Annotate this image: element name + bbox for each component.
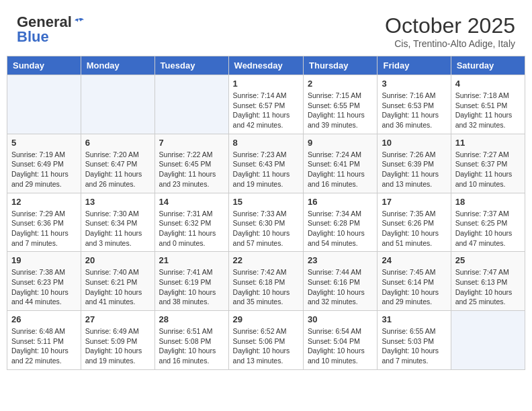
day-header-monday: Monday [81, 56, 154, 75]
calendar-week-row: 5Sunrise: 7:19 AM Sunset: 6:49 PM Daylig… [7, 134, 525, 193]
calendar-cell: 11Sunrise: 7:27 AM Sunset: 6:37 PM Dayli… [451, 134, 525, 193]
day-info: Sunrise: 7:38 AM Sunset: 6:23 PM Dayligh… [11, 267, 77, 307]
day-info: Sunrise: 7:45 AM Sunset: 6:14 PM Dayligh… [382, 267, 446, 307]
calendar-cell: 19Sunrise: 7:38 AM Sunset: 6:23 PM Dayli… [7, 252, 81, 311]
day-info: Sunrise: 7:44 AM Sunset: 6:16 PM Dayligh… [308, 267, 373, 307]
month-title: October 2025 [385, 13, 515, 38]
calendar-cell: 21Sunrise: 7:41 AM Sunset: 6:19 PM Dayli… [154, 252, 228, 311]
day-info: Sunrise: 7:40 AM Sunset: 6:21 PM Dayligh… [85, 267, 150, 307]
day-info: Sunrise: 7:20 AM Sunset: 6:47 PM Dayligh… [85, 150, 150, 189]
calendar-week-row: 12Sunrise: 7:29 AM Sunset: 6:36 PM Dayli… [7, 193, 525, 252]
calendar-cell: 15Sunrise: 7:33 AM Sunset: 6:30 PM Dayli… [228, 193, 303, 252]
day-number: 26 [11, 314, 77, 324]
calendar-cell: 27Sunrise: 6:49 AM Sunset: 5:09 PM Dayli… [81, 311, 154, 370]
day-number: 13 [85, 197, 150, 207]
day-number: 21 [159, 255, 224, 265]
calendar-cell: 24Sunrise: 7:45 AM Sunset: 6:14 PM Dayli… [378, 252, 451, 311]
day-number: 2 [308, 79, 373, 89]
day-number: 7 [159, 138, 224, 148]
calendar-cell: 3Sunrise: 7:16 AM Sunset: 6:53 PM Daylig… [378, 75, 451, 134]
day-number: 9 [308, 138, 373, 148]
day-number: 22 [233, 255, 299, 265]
day-header-tuesday: Tuesday [154, 56, 228, 75]
day-number: 15 [233, 197, 299, 207]
day-info: Sunrise: 7:42 AM Sunset: 6:18 PM Dayligh… [233, 267, 299, 307]
calendar-cell: 25Sunrise: 7:47 AM Sunset: 6:13 PM Dayli… [451, 252, 525, 311]
day-number: 29 [233, 314, 299, 324]
day-info: Sunrise: 7:47 AM Sunset: 6:13 PM Dayligh… [455, 267, 521, 307]
day-number: 19 [11, 255, 77, 265]
calendar-cell: 20Sunrise: 7:40 AM Sunset: 6:21 PM Dayli… [81, 252, 154, 311]
day-number: 23 [308, 255, 373, 265]
day-info: Sunrise: 7:37 AM Sunset: 6:25 PM Dayligh… [455, 209, 521, 248]
day-info: Sunrise: 6:52 AM Sunset: 5:06 PM Dayligh… [233, 326, 299, 366]
day-number: 28 [159, 314, 224, 324]
day-info: Sunrise: 7:30 AM Sunset: 6:34 PM Dayligh… [85, 209, 150, 248]
calendar-cell: 13Sunrise: 7:30 AM Sunset: 6:34 PM Dayli… [81, 193, 154, 252]
calendar-cell: 8Sunrise: 7:23 AM Sunset: 6:43 PM Daylig… [228, 134, 303, 193]
day-number: 27 [85, 314, 150, 324]
location-subtitle: Cis, Trentino-Alto Adige, Italy [385, 38, 515, 49]
day-number: 8 [233, 138, 299, 148]
day-number: 16 [308, 197, 373, 207]
day-number: 17 [382, 197, 446, 207]
calendar-cell: 28Sunrise: 6:51 AM Sunset: 5:08 PM Dayli… [154, 311, 228, 370]
calendar-table: SundayMondayTuesdayWednesdayThursdayFrid… [7, 56, 525, 370]
calendar-cell: 5Sunrise: 7:19 AM Sunset: 6:49 PM Daylig… [7, 134, 81, 193]
page-header: General Blue October 2025 Cis, Trentino-… [7, 7, 525, 52]
day-info: Sunrise: 6:51 AM Sunset: 5:08 PM Dayligh… [159, 326, 224, 366]
logo: General Blue [17, 13, 85, 46]
day-header-saturday: Saturday [451, 56, 525, 75]
logo-bird-icon [73, 17, 85, 27]
day-number: 14 [159, 197, 224, 207]
day-info: Sunrise: 7:35 AM Sunset: 6:26 PM Dayligh… [382, 209, 446, 248]
calendar-cell: 14Sunrise: 7:31 AM Sunset: 6:32 PM Dayli… [154, 193, 228, 252]
calendar-cell: 29Sunrise: 6:52 AM Sunset: 5:06 PM Dayli… [228, 311, 303, 370]
day-header-friday: Friday [378, 56, 451, 75]
calendar-cell [451, 311, 525, 370]
day-number: 1 [233, 79, 299, 89]
day-info: Sunrise: 7:18 AM Sunset: 6:51 PM Dayligh… [455, 91, 521, 130]
day-header-wednesday: Wednesday [228, 56, 303, 75]
day-info: Sunrise: 7:34 AM Sunset: 6:28 PM Dayligh… [308, 209, 373, 248]
calendar-cell: 31Sunrise: 6:55 AM Sunset: 5:03 PM Dayli… [378, 311, 451, 370]
day-number: 20 [85, 255, 150, 265]
day-number: 3 [382, 79, 446, 89]
day-number: 11 [455, 138, 521, 148]
day-header-sunday: Sunday [7, 56, 81, 75]
day-info: Sunrise: 7:33 AM Sunset: 6:30 PM Dayligh… [233, 209, 299, 248]
calendar-cell: 17Sunrise: 7:35 AM Sunset: 6:26 PM Dayli… [378, 193, 451, 252]
calendar-cell: 1Sunrise: 7:14 AM Sunset: 6:57 PM Daylig… [228, 75, 303, 134]
calendar-cell: 9Sunrise: 7:24 AM Sunset: 6:41 PM Daylig… [304, 134, 378, 193]
day-info: Sunrise: 7:15 AM Sunset: 6:55 PM Dayligh… [308, 91, 373, 130]
calendar-cell: 18Sunrise: 7:37 AM Sunset: 6:25 PM Dayli… [451, 193, 525, 252]
day-number: 24 [382, 255, 446, 265]
day-number: 5 [11, 138, 77, 148]
day-info: Sunrise: 7:24 AM Sunset: 6:41 PM Dayligh… [308, 150, 373, 189]
day-number: 12 [11, 197, 77, 207]
day-info: Sunrise: 7:27 AM Sunset: 6:37 PM Dayligh… [455, 150, 521, 189]
calendar-week-row: 26Sunrise: 6:48 AM Sunset: 5:11 PM Dayli… [7, 311, 525, 370]
day-info: Sunrise: 7:31 AM Sunset: 6:32 PM Dayligh… [159, 209, 224, 248]
day-info: Sunrise: 6:48 AM Sunset: 5:11 PM Dayligh… [11, 326, 77, 366]
day-info: Sunrise: 7:23 AM Sunset: 6:43 PM Dayligh… [233, 150, 299, 189]
day-number: 10 [382, 138, 446, 148]
calendar-week-row: 1Sunrise: 7:14 AM Sunset: 6:57 PM Daylig… [7, 75, 525, 134]
day-info: Sunrise: 6:54 AM Sunset: 5:04 PM Dayligh… [308, 326, 373, 366]
day-info: Sunrise: 6:49 AM Sunset: 5:09 PM Dayligh… [85, 326, 150, 366]
day-number: 18 [455, 197, 521, 207]
day-info: Sunrise: 7:26 AM Sunset: 6:39 PM Dayligh… [382, 150, 446, 189]
calendar-cell: 22Sunrise: 7:42 AM Sunset: 6:18 PM Dayli… [228, 252, 303, 311]
day-info: Sunrise: 7:16 AM Sunset: 6:53 PM Dayligh… [382, 91, 446, 130]
calendar-cell [81, 75, 154, 134]
calendar-cell: 10Sunrise: 7:26 AM Sunset: 6:39 PM Dayli… [378, 134, 451, 193]
calendar-cell: 4Sunrise: 7:18 AM Sunset: 6:51 PM Daylig… [451, 75, 525, 134]
day-number: 4 [455, 79, 521, 89]
calendar-cell: 2Sunrise: 7:15 AM Sunset: 6:55 PM Daylig… [304, 75, 378, 134]
calendar-cell: 7Sunrise: 7:22 AM Sunset: 6:45 PM Daylig… [154, 134, 228, 193]
day-info: Sunrise: 7:29 AM Sunset: 6:36 PM Dayligh… [11, 209, 77, 248]
title-block: October 2025 Cis, Trentino-Alto Adige, I… [385, 13, 515, 49]
day-info: Sunrise: 7:41 AM Sunset: 6:19 PM Dayligh… [159, 267, 224, 307]
calendar-cell: 23Sunrise: 7:44 AM Sunset: 6:16 PM Dayli… [304, 252, 378, 311]
calendar-header-row: SundayMondayTuesdayWednesdayThursdayFrid… [7, 56, 525, 75]
